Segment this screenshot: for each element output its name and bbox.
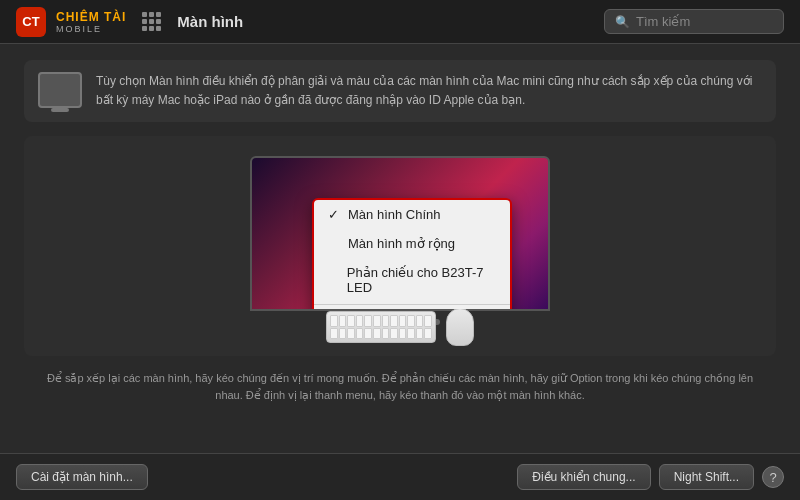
dropdown-label-main: Màn hình Chính	[348, 207, 441, 222]
grid-icon[interactable]	[142, 12, 161, 31]
dropdown-item-main[interactable]: ✓ Màn hình Chính	[314, 200, 510, 229]
dropdown-item-extend[interactable]: Màn hình mở rộng	[314, 229, 510, 258]
dropdown-label-mirror: Phản chiếu cho B23T-7 LED	[347, 265, 496, 295]
center-display-area: ✓ Màn hình Chính Màn hình mở rộng Phản c…	[24, 136, 776, 356]
header: CT CHIÊM TÀI MOBILE Màn hình 🔍	[0, 0, 800, 44]
footer: Cài đặt màn hình... Điều khiển chung... …	[0, 453, 800, 500]
brand-name-bottom: MOBILE	[56, 24, 102, 34]
keyboard-icon	[326, 311, 436, 343]
info-text: Tùy chọn Màn hình điều khiển độ phân giả…	[96, 72, 762, 110]
checkmark-empty	[328, 236, 340, 251]
search-input[interactable]	[636, 14, 773, 29]
dropdown-label-extend: Màn hình mở rộng	[348, 236, 455, 251]
dropdown-item-mirror[interactable]: Phản chiếu cho B23T-7 LED	[314, 258, 510, 302]
monitor-screen: ✓ Màn hình Chính Màn hình mở rộng Phản c…	[250, 156, 550, 311]
main-content: Tùy chọn Màn hình điều khiển độ phân giả…	[0, 44, 800, 419]
bottom-instruction-text: Để sắp xếp lại các màn hình, hãy kéo chú…	[24, 370, 776, 403]
brand-logo: CHIÊM TÀI MOBILE	[56, 10, 126, 34]
monitor-icon	[38, 72, 82, 108]
page-title: Màn hình	[177, 13, 243, 30]
info-bar: Tùy chọn Màn hình điều khiển độ phân giả…	[24, 60, 776, 122]
footer-right-buttons: Điều khiển chung... Night Shift... ?	[517, 464, 784, 490]
checkmark-empty2	[328, 273, 339, 288]
context-menu[interactable]: ✓ Màn hình Chính Màn hình mở rộng Phản c…	[312, 198, 512, 311]
setup-display-button[interactable]: Cài đặt màn hình...	[16, 464, 148, 490]
header-left: CT CHIÊM TÀI MOBILE Màn hình	[16, 7, 243, 37]
footer-left-buttons: Cài đặt màn hình...	[16, 464, 148, 490]
brand-name-top: CHIÊM TÀI	[56, 10, 126, 24]
logo-ct-icon: CT	[16, 7, 46, 37]
checkmark-icon: ✓	[328, 207, 340, 222]
search-box[interactable]: 🔍	[604, 9, 784, 34]
mouse-icon	[446, 308, 474, 346]
search-icon: 🔍	[615, 15, 630, 29]
keyboard-mouse-display	[326, 308, 474, 346]
general-control-button[interactable]: Điều khiển chung...	[517, 464, 650, 490]
help-button[interactable]: ?	[762, 466, 784, 488]
night-shift-button[interactable]: Night Shift...	[659, 464, 754, 490]
